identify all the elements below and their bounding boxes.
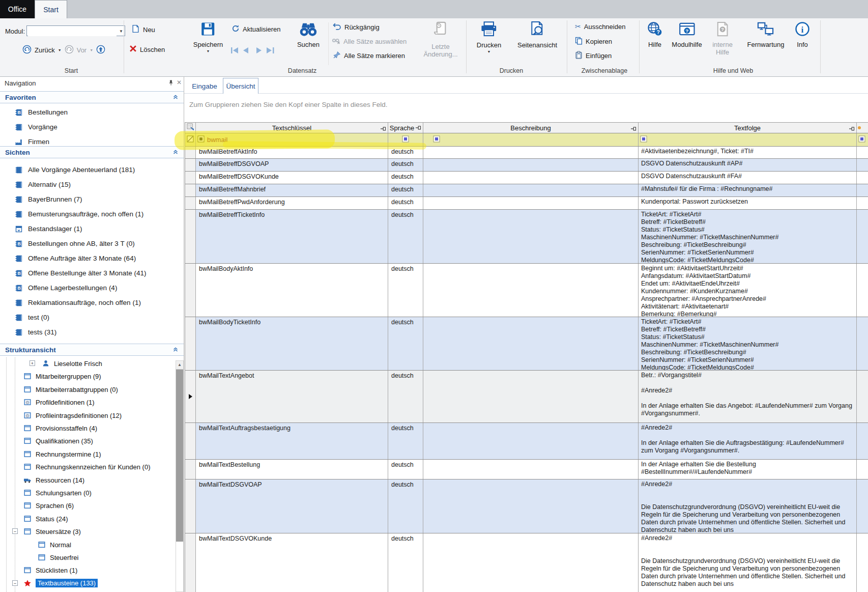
cell-textfolge[interactable]: Beginnt um: #AktivitaetStartUhrzeit# Anf…	[639, 264, 857, 317]
sichten-item[interactable]: Bemusterungsaufträge, noch offen (1)	[0, 207, 184, 221]
cell-textfolge[interactable]: Kundenportal: Passwort zurücksetzen	[639, 197, 857, 209]
cell-clipped[interactable]	[857, 197, 868, 209]
row-indicator-cell[interactable]	[185, 264, 196, 317]
table-row[interactable]: bwMailBetreffDSGVOKundedeutschDSGVO Date…	[185, 172, 868, 184]
column-pin-icon[interactable]	[849, 125, 855, 133]
column-pin-icon[interactable]	[631, 125, 636, 133]
letzte-aenderung-button[interactable]: Letzte Änderung...	[423, 20, 457, 58]
row-indicator-cell[interactable]	[185, 210, 196, 263]
cell-sprache[interactable]: deutsch	[388, 159, 423, 171]
column-header-clipped[interactable]	[857, 123, 868, 133]
cell-sprache[interactable]: deutsch	[388, 147, 423, 158]
sichten-item[interactable]: BBestellungen ohne AB, älter 3 T (0)	[0, 236, 184, 251]
tree-item[interactable]: ⚙Profildefinitionen (1)	[0, 396, 175, 409]
favoriten-item[interactable]: Vorgänge	[0, 120, 184, 134]
tab-eingabe[interactable]: Eingabe	[188, 79, 221, 93]
table-row[interactable]: bwMailBetreffTicketInfodeutschTicketArt:…	[185, 210, 868, 264]
cell-clipped[interactable]	[857, 159, 868, 171]
cell-textschluessel[interactable]: bwMailBodyAktInfo	[196, 264, 388, 317]
row-indicator-cell[interactable]	[185, 480, 196, 533]
cell-textfolge[interactable]: DSGVO Datenschutzauskunft #AP#	[639, 159, 857, 171]
cell-clipped[interactable]	[857, 264, 868, 317]
filter-beschreibung[interactable]	[423, 133, 639, 146]
cell-beschreibung[interactable]	[423, 480, 639, 533]
cell-textfolge[interactable]: #Anrede2# Die Datenschutzgrundverordnung…	[639, 533, 857, 592]
cell-textschluessel[interactable]: bwMailBetreffPwdAnforderung	[196, 197, 388, 209]
fernwartung-button[interactable]: Fernwartung	[747, 21, 785, 48]
row-indicator-cell[interactable]	[185, 197, 196, 209]
cell-sprache[interactable]: deutsch	[388, 172, 423, 184]
table-row[interactable]: bwMailBodyTicketInfodeutschTicketArt: #T…	[185, 317, 868, 371]
interne-hilfe-button[interactable]: ? interne Hilfe	[712, 21, 733, 56]
sichten-item[interactable]: Alternativ (15)	[0, 177, 184, 192]
table-row[interactable]: bwMailTextDSGVOKundedeutsch#Anrede2# Die…	[185, 533, 868, 592]
sichten-item[interactable]: Offene Aufträge älter 3 Monate (64)	[0, 251, 184, 266]
row-indicator-cell[interactable]	[185, 533, 196, 592]
cell-sprache[interactable]: deutsch	[388, 264, 423, 317]
tree-item[interactable]: Normal	[0, 539, 175, 551]
cell-sprache[interactable]: deutsch	[388, 184, 423, 196]
tree-item[interactable]: Status (24)	[0, 513, 175, 525]
cell-beschreibung[interactable]	[423, 460, 639, 479]
cell-clipped[interactable]	[857, 480, 868, 533]
tree-item[interactable]: Ressourcen (14)	[0, 474, 175, 487]
table-row[interactable]: bwMailBetreffPwdAnforderungdeutschKunden…	[185, 197, 868, 210]
cell-beschreibung[interactable]	[423, 197, 639, 209]
cell-textschluessel[interactable]: bwMailBetreffAktInfo	[196, 147, 388, 158]
tree-item[interactable]: Mitarbeitergruppen (9)	[0, 370, 175, 383]
cell-beschreibung[interactable]	[423, 172, 639, 184]
back-circle-icon[interactable]	[22, 45, 32, 55]
aktualisieren-button[interactable]: Aktualisieren	[232, 24, 280, 34]
sichten-item[interactable]: Reklamationsaufträge, noch offen (1)	[0, 295, 184, 310]
tree-scrollbar[interactable]: ▲	[176, 360, 184, 592]
clear-filter-cell[interactable]	[185, 133, 196, 146]
row-indicator-cell[interactable]	[185, 371, 196, 422]
cell-textschluessel[interactable]: bwMailTextAngebot	[196, 371, 388, 422]
tree-item[interactable]: Rechnungskennzeichen für Kunden (0)	[0, 461, 175, 473]
sichten-item[interactable]: BayerBrunnen (7)	[0, 192, 184, 207]
filter-clipped[interactable]	[857, 133, 868, 146]
tree-item[interactable]: Sprachen (6)	[0, 499, 175, 512]
alle-saetze-auswaehlen-button[interactable]: Alle Sätze auswählen	[332, 37, 407, 46]
row-indicator-cell[interactable]	[185, 184, 196, 196]
cell-sprache[interactable]: deutsch	[388, 480, 423, 533]
cell-textschluessel[interactable]: bwMailTextDSGVOAP	[196, 480, 388, 533]
cell-clipped[interactable]	[857, 210, 868, 263]
tree-item[interactable]: Mitarbeiterrabattgruppen (0)	[0, 383, 175, 396]
cell-textfolge[interactable]: #Mahnstufe# für die Firma : #Rechnungnam…	[639, 184, 857, 196]
select-all-cell[interactable]	[185, 123, 196, 133]
filter-textschluessel[interactable]: bwmail	[196, 133, 388, 146]
alle-saetze-markieren-button[interactable]: Alle Sätze markieren	[333, 51, 405, 61]
cell-clipped[interactable]	[857, 184, 868, 196]
tab-start[interactable]: Start	[35, 0, 67, 18]
cell-beschreibung[interactable]	[423, 317, 639, 370]
cell-clipped[interactable]	[857, 423, 868, 459]
cell-clipped[interactable]	[857, 460, 868, 479]
table-row[interactable]: bwMailBetreffDSGVOAPdeutschDSGVO Datensc…	[185, 159, 868, 172]
seitenansicht-button[interactable]: Seitenansicht	[517, 21, 557, 49]
cell-clipped[interactable]	[857, 317, 868, 370]
table-row[interactable]: bwMailTextDSGVOAPdeutsch#Anrede2# Die Da…	[185, 480, 868, 533]
table-row[interactable]: bwMailBodyAktInfodeutschBeginnt um: #Akt…	[185, 264, 868, 317]
cell-textschluessel[interactable]: bwMailBetreffDSGVOKunde	[196, 172, 388, 184]
cell-textfolge[interactable]: DSGVO Datenschutzauskunft #FA#	[639, 172, 857, 184]
cell-beschreibung[interactable]	[423, 423, 639, 459]
chevron-down-icon[interactable]: ▼	[119, 29, 123, 34]
tree-item[interactable]: Qualifikationen (35)	[0, 435, 175, 447]
kopieren-button[interactable]: Kopieren	[575, 37, 612, 46]
tab-office[interactable]: Office	[0, 0, 35, 18]
chevron-down-icon[interactable]: ▼	[207, 49, 210, 53]
expander-plus-icon[interactable]: +	[30, 360, 35, 366]
sichten-item[interactable]: BOffene Bestellunge älter 3 Monate (41)	[0, 266, 184, 280]
collapse-chevron-icon[interactable]	[172, 149, 179, 156]
forward-circle-icon[interactable]	[65, 45, 74, 55]
table-row[interactable]: bwMailTextBestellungdeutschIn der Anlage…	[185, 460, 868, 480]
row-indicator-cell[interactable]	[185, 317, 196, 370]
cell-beschreibung[interactable]	[423, 371, 639, 422]
table-row[interactable]: bwMailTextAuftragsbestaetigungdeutsch#An…	[185, 423, 868, 460]
tree-item[interactable]: −Steuersätze (3)	[0, 525, 175, 538]
column-pin-icon[interactable]	[416, 124, 421, 132]
tree-item[interactable]: Provisionsstaffeln (4)	[0, 422, 175, 435]
filter-mode-icon[interactable]	[433, 135, 440, 145]
speichern-button[interactable]: Speichern ▼	[193, 21, 223, 53]
